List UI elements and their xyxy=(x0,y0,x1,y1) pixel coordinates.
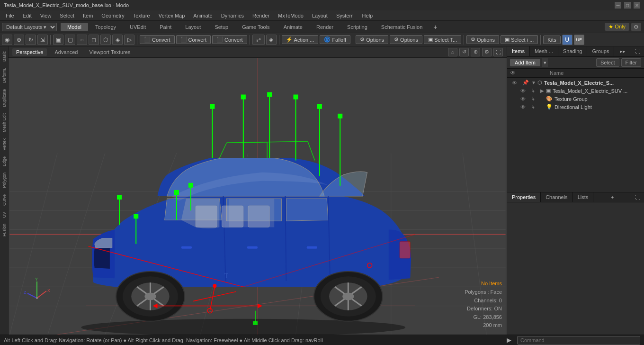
sidebar-edge[interactable]: Edge xyxy=(1,154,8,169)
panel-tab-groups[interactable]: Groups xyxy=(587,46,614,56)
menu-geometry[interactable]: Geometry xyxy=(98,12,128,19)
vp-tab-advanced[interactable]: Advanced xyxy=(51,48,81,56)
props-tab-properties[interactable]: Properties xyxy=(507,192,541,202)
tool-move[interactable]: ⊕ xyxy=(14,35,24,45)
tab-add[interactable]: + xyxy=(429,22,441,32)
vp-expand[interactable]: ⛶ xyxy=(493,48,503,56)
command-input[interactable] xyxy=(517,336,640,345)
select-t-button[interactable]: ▣ Select T... xyxy=(424,35,461,44)
props-tab-channels[interactable]: Channels xyxy=(541,192,572,202)
sidebar-polygon[interactable]: Polygon xyxy=(1,170,8,191)
panel-tab-items[interactable]: Items xyxy=(507,46,530,56)
tab-render[interactable]: Render xyxy=(310,23,340,31)
close-button[interactable]: ✕ xyxy=(634,2,640,9)
convert-button-1[interactable]: ⬛ Convert xyxy=(140,35,175,44)
action-button[interactable]: ⚡ Action ... xyxy=(282,35,319,44)
kits-button[interactable]: Kits xyxy=(543,36,560,44)
tool-element7[interactable]: ▷ xyxy=(124,35,134,45)
vp-zoom-fit[interactable]: ⊕ xyxy=(471,48,480,56)
options-button-2[interactable]: ⚙ Options xyxy=(390,35,422,44)
sidebar-fusion[interactable]: Fusion xyxy=(1,221,8,239)
menu-texture[interactable]: Texture xyxy=(129,12,154,19)
menu-layout[interactable]: Layout xyxy=(308,12,331,19)
props-tab-add[interactable]: + xyxy=(607,192,617,202)
tree-eye-4[interactable]: 👁 xyxy=(519,104,527,110)
tree-eye-2[interactable]: 👁 xyxy=(519,88,527,94)
tree-item-light[interactable]: 👁 ↳ ▶ 💡 Directional Light xyxy=(507,103,644,111)
tab-setup[interactable]: Setup xyxy=(208,23,235,31)
tab-uvedit[interactable]: UVEdit xyxy=(123,23,152,31)
menu-mxtomodo[interactable]: MxToModo xyxy=(274,12,307,19)
unity-button[interactable]: U xyxy=(562,35,572,45)
unreal-button[interactable]: UE xyxy=(574,35,584,45)
menu-view[interactable]: View xyxy=(36,12,55,19)
tabs-settings-button[interactable]: ⚙ xyxy=(631,23,641,31)
vp-tab-perspective[interactable]: Perspective xyxy=(12,48,47,56)
only-button[interactable]: ★ Only xyxy=(605,23,629,31)
tab-schematic-fusion[interactable]: Schematic Fusion xyxy=(375,23,429,31)
tree-item-mesh[interactable]: 👁 ↳ ▶ ▣ Tesla_Model_X_Electric_SUV ... xyxy=(507,87,644,95)
vp-home[interactable]: ⌂ xyxy=(448,48,457,56)
menu-help[interactable]: Help xyxy=(358,12,377,19)
sidebar-uv[interactable]: UV xyxy=(1,209,8,221)
sidebar-duplicate[interactable]: Duplicate xyxy=(1,86,8,110)
tool-element2[interactable]: ▢ xyxy=(65,35,75,45)
layout-dropdown[interactable]: Default Layouts ▾ xyxy=(2,23,57,31)
tool-element3[interactable]: ○ xyxy=(77,35,87,45)
3d-scene[interactable]: T X Y Z xyxy=(9,58,507,335)
tree-expand-2[interactable]: ▶ xyxy=(539,88,545,93)
add-item-dropdown[interactable]: ▾ xyxy=(542,58,548,67)
falloff-button[interactable]: 🌀 Falloff xyxy=(320,35,350,44)
tool-element6[interactable]: ◈ xyxy=(112,35,123,45)
sidebar-curve[interactable]: Curve xyxy=(1,191,8,209)
tool-scale[interactable]: ⇲ xyxy=(37,35,48,45)
options-button-3[interactable]: ⚙ Options xyxy=(466,35,499,44)
viewport[interactable]: Perspective Advanced Viewport Textures ⌂… xyxy=(9,46,507,335)
menu-render[interactable]: Render xyxy=(249,12,273,19)
tool-rotate[interactable]: ↻ xyxy=(26,35,36,45)
minimize-button[interactable]: ─ xyxy=(615,2,621,9)
props-expand[interactable]: ⛶ xyxy=(631,192,644,202)
convert-button-3[interactable]: ⬛ Convert xyxy=(212,35,247,44)
tree-eye-1[interactable]: 👁 xyxy=(510,80,519,86)
menu-animate[interactable]: Animate xyxy=(189,12,216,19)
add-item-button[interactable]: Add Item xyxy=(510,59,540,66)
command-arrow[interactable]: ▶ xyxy=(505,336,513,344)
panel-tab-add[interactable]: ▸▸ xyxy=(616,46,629,56)
maximize-button[interactable]: □ xyxy=(624,2,631,9)
sidebar-basic[interactable]: Basic xyxy=(1,48,8,64)
vp-settings[interactable]: ⚙ xyxy=(482,48,492,56)
panel-expand-btn[interactable]: ⛶ xyxy=(631,46,644,56)
tab-layout[interactable]: Layout xyxy=(179,23,207,31)
tree-item-group[interactable]: 👁 📌 ▼ ⬡ Tesla_Model_X_Electric_S... xyxy=(507,79,644,87)
tab-scripting[interactable]: Scripting xyxy=(340,23,374,31)
tab-model[interactable]: Model xyxy=(61,23,88,31)
sidebar-vertex[interactable]: Vertex xyxy=(1,136,8,154)
tool-select[interactable]: ◉ xyxy=(2,35,12,45)
vp-tab-textures[interactable]: Viewport Textures xyxy=(85,48,134,56)
convert-button-2[interactable]: ⬛ Convert xyxy=(176,35,211,44)
tool-sym[interactable]: ◈ xyxy=(266,35,277,45)
tree-expand-1[interactable]: ▼ xyxy=(531,80,537,85)
menu-vertex-map[interactable]: Vertex Map xyxy=(155,12,189,19)
tab-game-tools[interactable]: Game Tools xyxy=(235,23,277,31)
tab-topology[interactable]: Topology xyxy=(89,23,123,31)
menu-file[interactable]: File xyxy=(2,12,18,19)
filter-btn[interactable]: Filter xyxy=(621,58,641,67)
tool-transform[interactable]: ⇄ xyxy=(252,35,265,45)
menu-dynamics[interactable]: Dynamics xyxy=(217,12,248,19)
vp-refresh[interactable]: ↺ xyxy=(459,48,469,56)
sidebar-deform[interactable]: Deform. xyxy=(1,65,8,86)
select-btn[interactable]: Select xyxy=(596,58,619,67)
sidebar-mesh-edit[interactable]: Mesh Edit xyxy=(1,110,8,135)
panel-tab-shading[interactable]: Shading xyxy=(558,46,587,56)
panel-tab-mesh[interactable]: Mesh ... xyxy=(530,46,558,56)
menu-edit[interactable]: Edit xyxy=(19,12,36,19)
tool-element1[interactable]: ▣ xyxy=(53,35,63,45)
tab-paint[interactable]: Paint xyxy=(153,23,178,31)
options-button-1[interactable]: ⚙ Options xyxy=(356,35,388,44)
tree-eye-3[interactable]: 👁 xyxy=(519,96,527,102)
tab-animate[interactable]: Animate xyxy=(277,23,309,31)
menu-select[interactable]: Select xyxy=(56,12,78,19)
tool-element4[interactable]: ◻ xyxy=(89,35,99,45)
